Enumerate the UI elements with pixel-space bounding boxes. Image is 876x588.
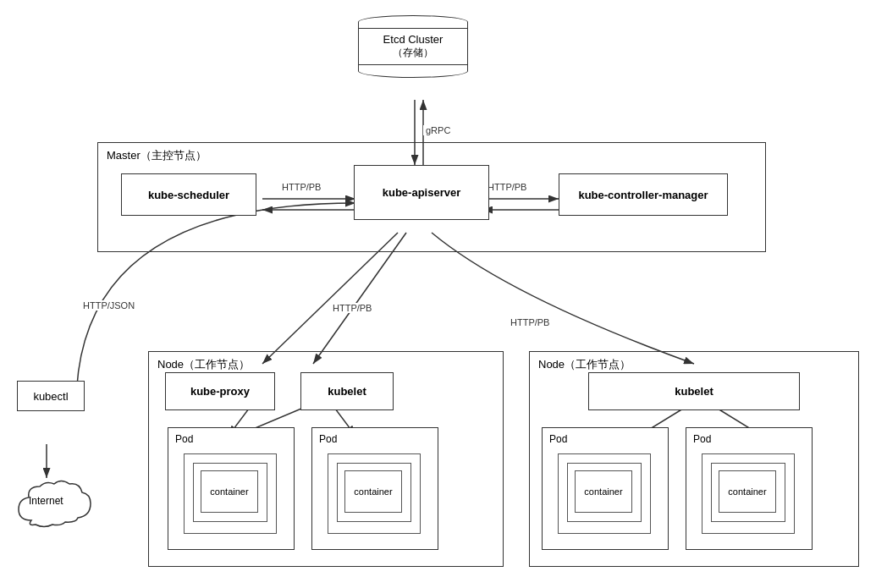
node1-kubelet-label: kubelet <box>328 385 366 398</box>
etcd-cluster: Etcd Cluster （存储） <box>354 15 472 78</box>
kube-scheduler-box: kube-scheduler <box>121 173 256 216</box>
node2-pod1-container: container <box>584 486 622 497</box>
kube-apiserver-box: kube-apiserver <box>354 165 489 220</box>
node2-kubelet-box: kubelet <box>588 372 800 410</box>
node1-pod2-container: container <box>354 486 392 497</box>
node1-pod2: Pod container <box>311 427 438 550</box>
http-pb-left-label: HTTP/PB <box>279 182 323 192</box>
etcd-sublabel: （存储） <box>393 46 433 60</box>
svg-line-8 <box>262 233 398 364</box>
http-json-label: HTTP/JSON <box>80 300 137 310</box>
master-label: Master（主控节点） <box>107 148 207 163</box>
node1-label: Node（工作节点） <box>157 357 250 372</box>
kube-controller-label: kube-controller-manager <box>578 189 708 201</box>
kube-controller-box: kube-controller-manager <box>559 173 728 216</box>
node1-pod1-label: Pod <box>175 433 193 445</box>
http-pb-node2-label: HTTP/PB <box>508 317 552 327</box>
node2-pod2-label: Pod <box>693 433 711 445</box>
diagram: Etcd Cluster （存储） gRPC Master（主控节点） HTTP… <box>0 0 876 588</box>
node2-kubelet-label: kubelet <box>675 385 713 398</box>
node1-pod2-label: Pod <box>319 433 337 445</box>
kubectl-label: kubectl <box>33 390 68 403</box>
node1-pod1: Pod container <box>168 427 295 550</box>
internet-label: Internet <box>29 495 63 507</box>
node2-pod1: Pod container <box>542 427 669 550</box>
internet-cloud: Internet <box>10 474 95 537</box>
node2-label: Node（工作节点） <box>538 357 631 372</box>
node2-pod1-label: Pod <box>549 433 567 445</box>
http-pb-right-label: HTTP/PB <box>485 182 529 192</box>
node2-pod2-container: container <box>728 486 766 497</box>
http-pb-node1-label: HTTP/PB <box>330 303 374 313</box>
kube-proxy-box: kube-proxy <box>165 372 275 410</box>
svg-line-7 <box>313 233 406 364</box>
node1-pod1-container: container <box>210 486 248 497</box>
kubectl-box: kubectl <box>17 381 85 411</box>
etcd-label: Etcd Cluster <box>383 33 444 46</box>
kube-apiserver-label: kube-apiserver <box>383 186 461 199</box>
kube-scheduler-label: kube-scheduler <box>148 189 229 201</box>
grpc-label: gRPC <box>423 125 453 135</box>
node2-pod2: Pod container <box>686 427 813 550</box>
node1-kubelet-box: kubelet <box>300 372 394 410</box>
kube-proxy-label: kube-proxy <box>190 385 250 398</box>
